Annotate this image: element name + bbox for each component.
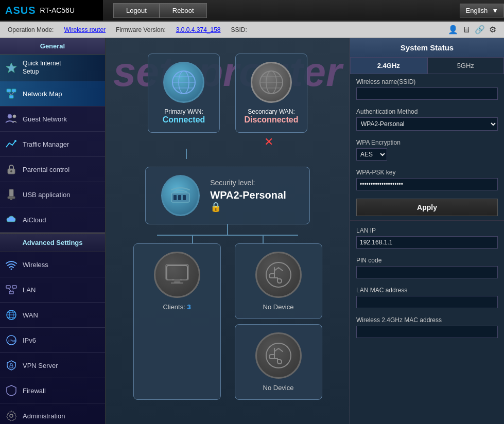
svg-point-7 (13, 115, 16, 118)
divider-1 (350, 220, 504, 221)
svg-rect-17 (9, 291, 13, 294)
wpa-encryption-select[interactable]: AES (356, 148, 387, 161)
sidebar-item-guest-network[interactable]: Guest Network (0, 107, 105, 132)
svg-rect-42 (183, 195, 186, 200)
sidebar-item-wan[interactable]: WAN (0, 303, 105, 328)
svg-marker-0 (6, 63, 16, 73)
firmware-value[interactable]: 3.0.0.4.374_158 (176, 26, 221, 33)
sidebar-item-lan[interactable]: LAN (0, 277, 105, 303)
wireless-name-input[interactable] (356, 87, 498, 100)
wpa-psk-field: WPA-PSK key (350, 165, 504, 195)
usb1-box[interactable]: No Device (235, 243, 322, 319)
svg-point-10 (10, 170, 12, 172)
wireless-name-label: Wireless name(SSID) (356, 78, 498, 85)
sidebar-item-parental-control[interactable]: Parental control (0, 157, 105, 182)
logout-button[interactable]: Logout (113, 3, 160, 18)
sidebar-item-aicloud[interactable]: AiCloud (0, 207, 105, 233)
svg-line-4 (9, 92, 11, 95)
disconnect-x-icon: ✕ (264, 135, 273, 148)
operation-mode-label: Operation Mode: (8, 26, 54, 33)
asus-logo: ASUS (5, 5, 36, 16)
sidebar-item-label-network-map: Network Map (23, 90, 62, 98)
secondary-wan-box[interactable]: Secondary WAN: Disconnected (235, 54, 307, 133)
primary-wan-label: Primary WAN: (156, 108, 212, 115)
svg-rect-44 (166, 264, 188, 280)
lock-icon: 🔒 (210, 202, 221, 212)
usb2-box[interactable]: No Device (235, 324, 322, 400)
security-level-label: Security level: (210, 179, 294, 187)
aicloud-icon (4, 213, 19, 227)
settings-icon[interactable]: ⚙ (489, 25, 496, 34)
tab-5ghz[interactable]: 5GHz (427, 57, 505, 74)
usb2-icon (255, 332, 302, 379)
tab-24ghz[interactable]: 2.4GHz (350, 57, 427, 74)
ssid-label: SSID: (231, 26, 247, 33)
firmware-label: Firmware Version: (116, 26, 166, 33)
general-section-header: General (0, 38, 105, 55)
router-icon (161, 175, 200, 216)
info-icons: 👤 🖥 🔗 ⚙ (448, 25, 496, 34)
sidebar: General Quick InternetSetup Net (0, 38, 106, 424)
advanced-settings-header: Advanced Settings (0, 233, 105, 252)
lan-mac-input[interactable] (356, 296, 498, 308)
sidebar-item-label-firewall: Firewall (23, 387, 46, 395)
sidebar-item-label-ipv6: IPv6 (23, 337, 36, 344)
apply-button[interactable]: Apply (356, 199, 498, 216)
svg-line-18 (8, 288, 11, 291)
svg-rect-16 (12, 286, 16, 288)
router-box[interactable]: Security level: WPA2-Personal 🔒 (145, 167, 310, 224)
wan-row: Primary WAN: Connected (116, 54, 339, 133)
monitor-icon[interactable]: 🖥 (462, 25, 471, 34)
auth-method-select[interactable]: WPA2-Personal (356, 117, 498, 131)
language-label: English (465, 7, 488, 14)
ss-tabs: 2.4GHz 5GHz (350, 57, 504, 74)
sidebar-item-network-map[interactable]: Network Map (0, 81, 105, 107)
administration-icon (4, 409, 19, 423)
clients-count: 3 (187, 303, 190, 311)
svg-rect-43 (167, 266, 187, 280)
svg-point-8 (14, 140, 16, 142)
sidebar-item-ipv6[interactable]: IPv6 IPv6 (0, 328, 105, 353)
quick-internet-setup-icon (4, 61, 19, 75)
wireless-24-mac-input[interactable] (356, 326, 498, 338)
sidebar-item-usb-application[interactable]: USB application (0, 182, 105, 207)
language-selector[interactable]: English ▼ (460, 4, 504, 17)
sidebar-item-administration[interactable]: Administration (0, 403, 105, 424)
share-icon[interactable]: 🔗 (475, 25, 485, 34)
sidebar-item-traffic-manager[interactable]: Traffic Manager (0, 132, 105, 157)
lan-ip-input[interactable] (356, 236, 498, 249)
primary-wan-box[interactable]: Primary WAN: Connected (148, 54, 220, 133)
wpa-psk-label: WPA-PSK key (356, 169, 498, 176)
wireless-24-mac-label: Wireless 2.4GHz MAC address (356, 316, 498, 324)
svg-rect-13 (10, 199, 12, 200)
sidebar-item-quick-internet-setup[interactable]: Quick InternetSetup (0, 55, 105, 81)
pin-code-input[interactable] (356, 266, 498, 278)
secondary-wan-globe (251, 62, 292, 103)
svg-rect-27 (10, 365, 13, 368)
chevron-down-icon: ▼ (492, 7, 498, 14)
sidebar-item-label-wan: WAN (23, 311, 38, 319)
info-bar: Operation Mode: Wireless router Firmware… (0, 22, 504, 38)
svg-rect-3 (9, 95, 13, 98)
wpa-psk-input[interactable] (356, 178, 498, 190)
clients-icon (154, 252, 200, 298)
svg-point-28 (10, 414, 13, 417)
operation-mode-value[interactable]: Wireless router (64, 26, 106, 33)
sidebar-item-label-wireless: Wireless (23, 261, 48, 269)
clients-box[interactable]: Clients: 3 (133, 243, 221, 400)
reboot-button[interactable]: Reboot (160, 3, 207, 18)
sidebar-item-wireless[interactable]: Wireless (0, 252, 105, 277)
svg-point-14 (11, 269, 12, 270)
system-status-title: System Status (350, 38, 504, 57)
user-icon[interactable]: 👤 (448, 25, 458, 34)
sidebar-item-label-administration: Administration (23, 412, 65, 420)
sidebar-item-label-parental-control: Parental control (23, 166, 69, 173)
sidebar-item-vpn-server[interactable]: VPN Server (0, 353, 105, 378)
svg-rect-41 (178, 195, 181, 200)
primary-wan-status: Connected (156, 115, 212, 125)
ipv6-icon: IPv6 (4, 333, 19, 347)
sidebar-item-firewall[interactable]: Firewall (0, 378, 105, 403)
client-usb-row: Clients: 3 (131, 243, 324, 400)
primary-wan-globe (163, 62, 204, 103)
svg-point-6 (8, 114, 12, 118)
